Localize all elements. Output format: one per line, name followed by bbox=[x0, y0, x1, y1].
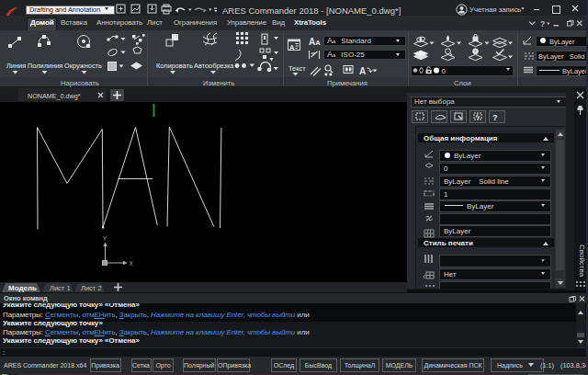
svg-text:A: A bbox=[359, 66, 366, 76]
svg-text:X: X bbox=[130, 260, 134, 267]
svg-text:Модель: Модель bbox=[8, 284, 37, 292]
svg-text:Полилиния: Полилиния bbox=[28, 62, 62, 70]
svg-text:Лист 2: Лист 2 bbox=[81, 284, 102, 292]
svg-text:AA: AA bbox=[309, 37, 321, 47]
svg-text:Лист 1: Лист 1 bbox=[50, 284, 71, 292]
svg-text:?: ? bbox=[492, 113, 498, 122]
svg-text:0: 0 bbox=[442, 66, 447, 74]
svg-text:A: A bbox=[289, 43, 295, 51]
svg-text:Текст: Текст bbox=[288, 64, 306, 73]
svg-text:Окружность: Окружность bbox=[64, 62, 102, 70]
svg-text:Y: Y bbox=[103, 235, 107, 242]
svg-text:Копировать: Копировать bbox=[156, 62, 193, 70]
svg-text:?: ? bbox=[540, 19, 545, 28]
svg-text:Автообрезка: Автообрезка bbox=[194, 62, 234, 70]
svg-text:Линия: Линия bbox=[6, 62, 26, 70]
